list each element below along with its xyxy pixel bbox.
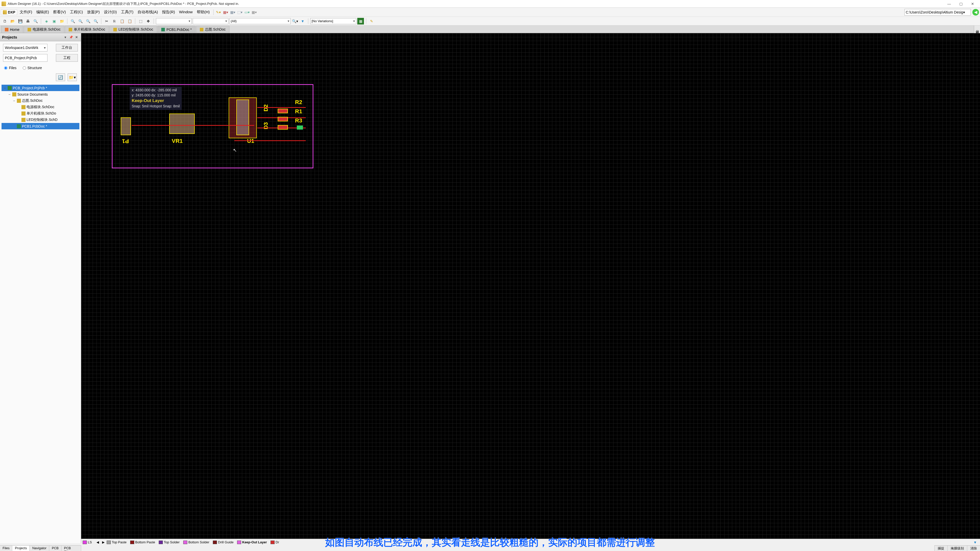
component-p1[interactable] <box>121 118 131 135</box>
layer-swatch[interactable] <box>130 540 134 544</box>
zoom-fit-button[interactable]: 🔍 <box>77 18 84 24</box>
tool-dropdown-3[interactable]: ▦▾ <box>229 9 236 16</box>
move-button[interactable]: ✥ <box>145 18 151 24</box>
maximize-button[interactable]: ▢ <box>955 0 967 7</box>
menu-item[interactable]: 帮助(H) <box>195 9 212 16</box>
menu-item[interactable]: 设计(D) <box>102 9 119 16</box>
pad-r2[interactable] <box>278 117 288 121</box>
project-field[interactable]: PCB_Project.PrjPcb <box>3 54 48 62</box>
doc-tab[interactable]: 单片机模块.SchDoc <box>65 26 109 33</box>
panel-tab[interactable]: Files <box>0 546 12 551</box>
layer-name[interactable]: Keep-Out Layer <box>242 540 267 544</box>
filter-combo[interactable]: (All) <box>229 18 291 24</box>
status-tab[interactable]: 捕捉 <box>934 546 947 551</box>
layer-swatch[interactable] <box>159 540 163 544</box>
structure-radio[interactable]: Structure <box>23 66 42 70</box>
tree-node[interactable]: PCB1.PcbDoc * <box>2 123 80 129</box>
layer-name[interactable]: Bottom Paste <box>135 540 155 544</box>
status-tab[interactable]: 清除 <box>967 546 980 551</box>
net-combo[interactable] <box>156 18 192 24</box>
workspace-dropdown[interactable]: Workspace1.DsnWrk <box>3 44 48 52</box>
select-button[interactable]: ⬚ <box>137 18 144 24</box>
path-field[interactable]: C:\Users\Zoro\Desktop\Altium Desig ▾ <box>904 9 971 16</box>
dxp-menu[interactable]: DXP <box>1 10 17 15</box>
variations-combo[interactable]: [No Variations] <box>310 18 356 24</box>
layer-swatch[interactable] <box>213 540 217 544</box>
menu-item[interactable]: 察看(V) <box>51 9 68 16</box>
layer-swatch[interactable] <box>270 540 275 544</box>
paste-button[interactable]: 📋 <box>119 18 125 24</box>
layer-name[interactable]: Dr <box>275 540 279 544</box>
pad-r3[interactable] <box>278 125 288 130</box>
xsignals-button[interactable]: ▦ <box>357 18 364 24</box>
workspace-button[interactable]: 工作台 <box>56 44 78 52</box>
copy-button[interactable]: ⎘ <box>111 18 118 24</box>
new-button[interactable]: 🗋 <box>2 18 8 24</box>
menu-item[interactable]: 自动布线(A) <box>135 9 160 16</box>
tree-node[interactable]: −Source Documents <box>2 91 80 97</box>
tree-node[interactable]: −PCB_Project.PrjPcb * <box>2 85 80 91</box>
layer-name[interactable]: Top Paste <box>112 540 127 544</box>
pad-green[interactable] <box>297 125 303 130</box>
menu-item[interactable]: 报告(R) <box>160 9 177 16</box>
panel-tab[interactable]: PCB <box>49 546 62 551</box>
panel-tab[interactable]: PCB Filter <box>62 546 81 551</box>
layer-swatch[interactable] <box>107 540 111 544</box>
panel-tab[interactable]: Projects <box>12 546 30 551</box>
project-tree[interactable]: −PCB_Project.PrjPcb *−Source Documents−总… <box>0 83 81 131</box>
preview-button[interactable]: 🔍 <box>32 18 39 24</box>
tool-dropdown-6[interactable]: ▦▾ <box>251 9 258 16</box>
component-vr1[interactable] <box>169 114 195 134</box>
find-button[interactable]: 🔍▾ <box>292 18 298 24</box>
status-tab[interactable]: 掩膜级别 <box>947 546 967 551</box>
tree-node[interactable]: 单片机模块.SchDo <box>2 110 80 117</box>
zoom-out-button[interactable]: 🔍 <box>92 18 99 24</box>
layer-swatch[interactable] <box>237 540 241 544</box>
menu-item[interactable]: 编辑(E) <box>34 9 51 16</box>
layer-set-label[interactable]: LS <box>88 540 92 544</box>
print-button[interactable]: 🖶 <box>24 18 31 24</box>
doc-tab[interactable]: Home <box>1 26 23 33</box>
panel-dropdown-icon[interactable]: ▾ <box>63 35 68 40</box>
menu-item[interactable]: 工具(T) <box>119 9 135 16</box>
nav-back-button[interactable]: ◀ <box>972 9 979 16</box>
layer-next-icon[interactable]: ▶ <box>101 540 106 544</box>
layer-name[interactable]: Top Solder <box>164 540 180 544</box>
layer-filter-icon[interactable]: ▼ <box>972 539 978 546</box>
files-radio[interactable]: Files <box>4 66 17 70</box>
doc-tab[interactable]: 电源模块.SchDoc <box>24 26 64 33</box>
menu-item[interactable]: Window <box>177 9 195 16</box>
doc-tab[interactable]: LED控制模块.SchDoc <box>110 26 157 33</box>
menu-item[interactable]: 工程(C) <box>68 9 85 16</box>
panel-close-icon[interactable]: ✕ <box>74 35 79 40</box>
layer-swatch[interactable] <box>183 540 187 544</box>
zoom-area-button[interactable]: 🔍 <box>69 18 76 24</box>
paste-special-button[interactable]: 📋 <box>126 18 133 24</box>
current-layer-swatch[interactable] <box>83 540 87 544</box>
doc-tab[interactable]: 总图.SchDoc <box>196 26 229 33</box>
menu-item[interactable]: 文件(F) <box>18 9 34 16</box>
save-button[interactable]: 💾 <box>17 18 24 24</box>
tool-dropdown-1[interactable]: ✎▾ <box>215 9 222 16</box>
tree-node[interactable]: 电源模块.SchDoc <box>2 104 80 110</box>
board-button[interactable]: ▣ <box>51 18 57 24</box>
panel-tab[interactable]: Navigator <box>30 546 49 551</box>
layer-name[interactable]: Drill Guide <box>218 540 234 544</box>
tool-dropdown-4[interactable]: ⬚▾ <box>237 9 243 16</box>
layer-prev-icon[interactable]: ◀ <box>95 540 100 544</box>
menu-item[interactable]: 放置(P) <box>85 9 102 16</box>
tool-dropdown-2[interactable]: ▦▾ <box>222 9 229 16</box>
folder-icon[interactable]: 📁▾ <box>68 73 77 81</box>
open-button[interactable]: 📂 <box>9 18 16 24</box>
project-button[interactable]: 工程 <box>56 54 78 62</box>
layer-name[interactable]: Bottom Solder <box>188 540 209 544</box>
layers-button[interactable]: ◈ <box>43 18 50 24</box>
zoom-in-button[interactable]: 🔍 <box>85 18 91 24</box>
pad-r1[interactable] <box>278 109 288 113</box>
close-button[interactable]: ✕ <box>967 0 978 7</box>
refresh-icon[interactable]: 🔄 <box>56 73 65 81</box>
minimize-button[interactable]: — <box>943 0 955 7</box>
filter-button[interactable]: ▼ <box>299 18 306 24</box>
cut-button[interactable]: ✂ <box>103 18 110 24</box>
doc-tab[interactable]: PCB1.PcbDoc * <box>158 26 196 33</box>
